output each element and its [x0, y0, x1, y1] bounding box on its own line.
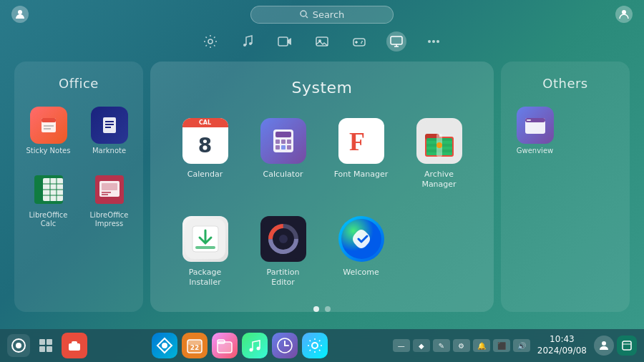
- svg-rect-22: [42, 118, 56, 122]
- marknote-label: Marknote: [92, 147, 126, 155]
- tb-settings[interactable]: [302, 333, 328, 358]
- others-apps: Gwenview: [508, 102, 623, 160]
- app-font-manager[interactable]: F Font Manager: [328, 111, 394, 197]
- svg-point-0: [18, 10, 22, 14]
- svg-rect-45: [287, 140, 291, 144]
- dot-1[interactable]: [313, 306, 319, 312]
- others-panel: Others Gwenview: [501, 62, 630, 312]
- svg-rect-47: [281, 145, 286, 150]
- app-lo-calc[interactable]: LibreOffice Calc: [21, 167, 75, 233]
- cat-system[interactable]: [386, 31, 406, 52]
- task-manager-button[interactable]: [34, 334, 57, 357]
- time-display[interactable]: 10:43 2024/09/08: [533, 334, 591, 356]
- app-lo-impress[interactable]: LibreOffice Impress: [82, 167, 136, 233]
- tb-volume-btn[interactable]: 🔊: [513, 339, 530, 352]
- svg-rect-75: [47, 339, 52, 345]
- system-title: System: [172, 79, 472, 97]
- app-calculator[interactable]: Calculator: [250, 111, 316, 197]
- app-gwenview[interactable]: Gwenview: [508, 102, 562, 160]
- partition-editor-icon: [260, 216, 306, 262]
- svg-rect-85: [218, 340, 225, 343]
- search-bar[interactable]: Search: [250, 6, 394, 24]
- svg-point-6: [249, 42, 252, 45]
- tb-discover[interactable]: [152, 333, 177, 358]
- svg-point-86: [250, 348, 253, 352]
- kde-logo-button[interactable]: [7, 334, 30, 357]
- system-panel: System CAL 8 Calendar: [150, 62, 494, 312]
- svg-point-59: [436, 142, 442, 148]
- svg-rect-62: [195, 246, 215, 249]
- user-avatar-right[interactable]: [615, 6, 633, 23]
- dot-2[interactable]: [325, 306, 331, 312]
- archive-manager-icon: [416, 118, 462, 164]
- others-title: Others: [542, 76, 588, 91]
- cat-games[interactable]: [349, 31, 369, 52]
- sticky-notes-icon: [30, 107, 67, 144]
- tb-music[interactable]: [242, 333, 268, 358]
- taskbar-right: — ◆ ✎ ⚙ 🔔 ⬛ 🔊 10:43 2024/09/08: [393, 334, 637, 356]
- svg-rect-74: [39, 339, 45, 345]
- calendar-label: Calendar: [187, 170, 223, 180]
- tb-clock[interactable]: [272, 333, 298, 358]
- lo-calc-label: LibreOffice Calc: [26, 211, 71, 228]
- partition-editor-label: Partition Editor: [254, 268, 312, 288]
- gwenview-icon: [517, 107, 554, 144]
- tb-pencil-btn[interactable]: ✎: [433, 339, 450, 352]
- svg-rect-71: [527, 119, 531, 121]
- app-welcome[interactable]: Welcome: [328, 209, 394, 295]
- svg-rect-38: [102, 183, 117, 190]
- svg-point-1: [301, 11, 306, 16]
- tb-end-btn[interactable]: [617, 336, 637, 356]
- app-calendar[interactable]: CAL 8 Calendar: [172, 111, 238, 197]
- svg-point-4: [208, 39, 213, 44]
- tb-screen-btn[interactable]: ⬛: [493, 339, 510, 352]
- cat-video[interactable]: [275, 31, 295, 52]
- svg-point-20: [436, 40, 439, 43]
- category-row: [0, 29, 644, 54]
- lo-impress-label: LibreOffice Impress: [87, 211, 132, 228]
- cat-photos[interactable]: [312, 31, 332, 52]
- calendar-header: CAL: [182, 118, 228, 127]
- tb-diamond-btn[interactable]: ◆: [413, 339, 430, 352]
- svg-point-13: [361, 41, 363, 42]
- svg-rect-76: [39, 346, 45, 352]
- svg-rect-44: [281, 140, 286, 144]
- tb-bell-btn[interactable]: 🔔: [473, 339, 490, 352]
- svg-rect-77: [47, 346, 52, 352]
- cat-settings[interactable]: [200, 31, 220, 52]
- svg-rect-42: [275, 132, 291, 137]
- font-manager-label: Font Manager: [334, 170, 389, 180]
- lo-impress-icon: [91, 171, 128, 208]
- app-marknote[interactable]: Marknote: [82, 102, 136, 160]
- tb-files[interactable]: [212, 333, 238, 358]
- tb-calendar[interactable]: 22: [182, 333, 208, 358]
- red-app-button[interactable]: [62, 333, 87, 358]
- svg-rect-7: [278, 37, 288, 46]
- app-sticky-notes[interactable]: Sticky Notes: [21, 102, 75, 160]
- user-avatar[interactable]: [11, 6, 29, 23]
- svg-text:F: F: [349, 127, 365, 156]
- taskbar: 22: [0, 329, 644, 362]
- tb-minimize-btn[interactable]: —: [393, 339, 410, 352]
- top-bar-right: [615, 6, 633, 23]
- app-partition-editor[interactable]: Partition Editor: [250, 209, 316, 295]
- pagination: [172, 306, 472, 312]
- cat-more[interactable]: [424, 31, 444, 52]
- office-panel: Office Sticky Notes: [14, 62, 143, 312]
- calendar-date: 8: [182, 127, 228, 164]
- app-package-installer[interactable]: Package Installer: [172, 209, 238, 295]
- svg-point-18: [428, 40, 431, 43]
- svg-point-92: [602, 341, 606, 346]
- package-installer-label: Package Installer: [176, 268, 234, 288]
- clock-time: 10:43: [537, 334, 587, 346]
- tb-user-btn[interactable]: [594, 336, 614, 356]
- sticky-notes-label: Sticky Notes: [26, 147, 71, 155]
- gwenview-label: Gwenview: [517, 147, 553, 155]
- svg-point-67: [279, 235, 288, 243]
- cat-music[interactable]: [238, 31, 258, 52]
- svg-point-91: [312, 343, 318, 348]
- svg-point-3: [622, 10, 626, 14]
- svg-point-73: [16, 343, 21, 348]
- app-archive-manager[interactable]: Archive Manager: [406, 111, 472, 197]
- tb-gear-btn[interactable]: ⚙: [453, 339, 470, 352]
